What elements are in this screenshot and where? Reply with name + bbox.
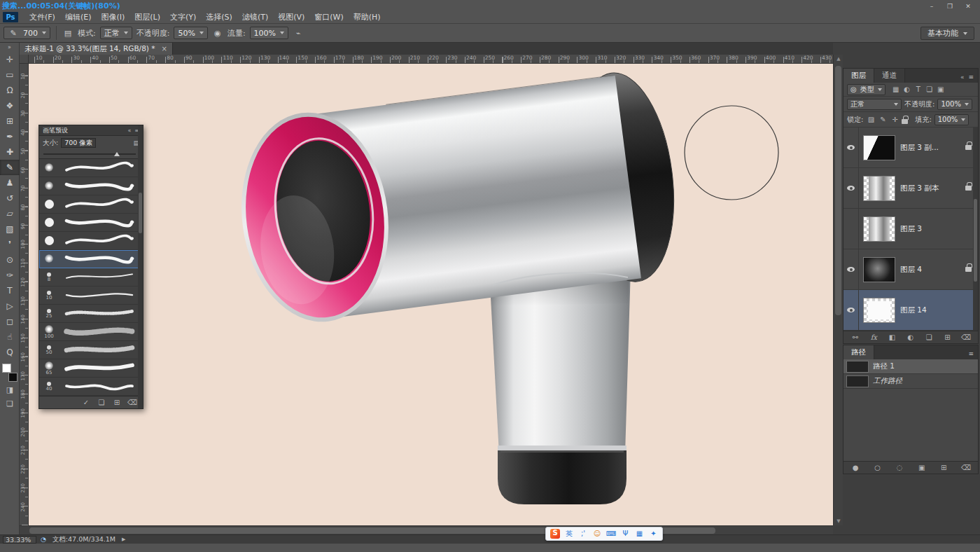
- brush-preset-row[interactable]: 100: [39, 323, 143, 341]
- maximize-button[interactable]: ❐: [941, 1, 959, 11]
- type-tool[interactable]: T: [0, 283, 20, 298]
- layer-row[interactable]: 图层 4: [844, 249, 978, 290]
- delete-path-icon[interactable]: ⌫: [961, 464, 971, 472]
- move-tool[interactable]: ✛: [0, 52, 20, 67]
- layer-name[interactable]: 图层 3 副...: [900, 143, 939, 153]
- brush-preset-row[interactable]: [39, 159, 143, 177]
- layer-opacity-select[interactable]: 100%: [937, 99, 972, 110]
- close-button[interactable]: ✕: [959, 1, 977, 11]
- opacity-select[interactable]: 50%: [174, 27, 207, 39]
- scroll-thumb[interactable]: [139, 193, 142, 233]
- crop-tool[interactable]: ⊞: [0, 113, 20, 129]
- workspace-switcher-button[interactable]: 基本功能: [920, 27, 974, 40]
- horizontal-scrollbar[interactable]: [20, 525, 833, 534]
- brush-preset-row[interactable]: 10: [39, 287, 143, 305]
- pressure-opacity-icon[interactable]: ◉: [212, 29, 223, 38]
- wrench-icon[interactable]: ✦: [648, 530, 658, 538]
- filter-type-layers-icon[interactable]: T: [913, 85, 923, 94]
- lock-transparency-icon[interactable]: ▨: [866, 116, 876, 124]
- toolbox-icon[interactable]: ▦: [634, 530, 644, 538]
- brush-preset-row[interactable]: 40: [39, 378, 143, 396]
- horizontal-ruler[interactable]: 1020304050607080901001101201301401501601…: [29, 55, 833, 64]
- layer-name[interactable]: 图层 4: [900, 265, 922, 275]
- vertical-ruler[interactable]: 1020304050607080901001101201301401501601…: [20, 64, 29, 525]
- layer-visibility-toggle[interactable]: [844, 249, 859, 289]
- lock-pixels-icon[interactable]: ✎: [878, 116, 888, 124]
- eye-icon[interactable]: [847, 267, 855, 272]
- layer-row[interactable]: 图层 14: [844, 290, 978, 331]
- menu-item-3[interactable]: 图像(I): [96, 11, 130, 23]
- new-brush-icon[interactable]: ⊞: [112, 399, 122, 407]
- filter-type-select[interactable]: ◎ 类型: [847, 84, 886, 95]
- eyedropper-tool[interactable]: ✒: [0, 129, 20, 144]
- blur-tool[interactable]: ❜: [0, 237, 20, 252]
- flow-select[interactable]: 100%: [250, 27, 288, 39]
- layer-visibility-toggle[interactable]: [844, 209, 859, 249]
- path-row[interactable]: 工作路径: [844, 374, 978, 389]
- brush-size-slider[interactable]: [39, 150, 143, 158]
- background-color-swatch[interactable]: [8, 373, 18, 382]
- brush-tool[interactable]: ✎: [0, 160, 20, 175]
- toggle-brush-panel-icon[interactable]: ▤: [62, 29, 74, 38]
- canvas[interactable]: [29, 64, 833, 525]
- foreground-color-swatch[interactable]: [2, 364, 11, 373]
- layer-thumbnail[interactable]: [863, 257, 895, 282]
- layer-thumbnail[interactable]: [863, 298, 895, 323]
- blend-mode-select[interactable]: 正常: [100, 27, 132, 39]
- tab-图层[interactable]: 图层: [844, 69, 874, 83]
- layer-name[interactable]: 图层 3: [900, 224, 922, 234]
- path-selection-tool[interactable]: ▷: [0, 298, 20, 314]
- menu-item-1[interactable]: 文件(F): [24, 11, 60, 23]
- brush-preset-row[interactable]: [39, 232, 143, 250]
- eraser-tool[interactable]: ▱: [0, 206, 20, 221]
- layer-name[interactable]: 图层 3 副本: [900, 184, 939, 193]
- tab-paths[interactable]: 路径: [844, 345, 874, 359]
- layer-name[interactable]: 图层 14: [900, 305, 927, 315]
- brush-preset-row[interactable]: 65: [39, 359, 143, 378]
- pen-tool[interactable]: ✑: [0, 268, 20, 283]
- panel-menu-icon[interactable]: ≡: [968, 74, 974, 81]
- path-mask-icon[interactable]: ▣: [917, 464, 927, 472]
- layer-fill-select[interactable]: 100%: [934, 114, 969, 125]
- lang-mode-icon[interactable]: 英: [564, 530, 574, 538]
- brush-preset-row[interactable]: [39, 195, 143, 214]
- minimize-button[interactable]: –: [923, 1, 941, 11]
- add-mask-icon[interactable]: ◧: [888, 333, 897, 342]
- delete-brush-icon[interactable]: ⌫: [127, 399, 137, 407]
- lasso-tool[interactable]: Ω: [0, 83, 20, 98]
- ruler-corner[interactable]: [20, 55, 29, 64]
- gradient-tool[interactable]: ▧: [0, 221, 20, 237]
- airbrush-icon[interactable]: ⌁: [293, 29, 304, 38]
- tool-preset-picker[interactable]: ✎ 700: [4, 27, 50, 39]
- filter-smart-objects-icon[interactable]: ▣: [936, 85, 946, 94]
- quick-mask-button[interactable]: ◨: [0, 382, 20, 396]
- brush-preset-row[interactable]: [39, 177, 143, 195]
- lock-all-icon[interactable]: [902, 119, 908, 124]
- path-row[interactable]: 路径 1: [844, 359, 978, 374]
- vertical-scrollbar[interactable]: ▲ ▼: [833, 55, 843, 525]
- path-thumbnail[interactable]: [846, 361, 869, 373]
- zoom-level-input[interactable]: 33.33%: [3, 536, 36, 544]
- eye-icon[interactable]: [847, 186, 855, 191]
- menu-item-4[interactable]: 图层(L): [130, 11, 165, 23]
- punctuation-icon[interactable]: ;': [578, 530, 588, 538]
- layer-row[interactable]: 图层 3 副本: [844, 168, 978, 209]
- brush-list-scrollbar[interactable]: [138, 125, 143, 408]
- new-group-icon[interactable]: ❏: [924, 333, 934, 342]
- stroke-preview-icon[interactable]: ✓: [81, 399, 91, 407]
- collapse-tools-icon[interactable]: »: [0, 43, 19, 52]
- eye-icon[interactable]: [847, 145, 855, 150]
- layer-row[interactable]: 图层 3: [844, 209, 978, 249]
- menu-item-5[interactable]: 文字(Y): [165, 11, 201, 23]
- emoji-icon[interactable]: ☺: [592, 530, 602, 538]
- layer-thumbnail[interactable]: [863, 216, 895, 242]
- layer-thumbnail[interactable]: [863, 176, 895, 201]
- brush-preset-row[interactable]: [39, 214, 143, 232]
- close-tab-icon[interactable]: ×: [162, 45, 167, 53]
- brush-preset-row[interactable]: 50: [39, 341, 143, 359]
- path-name[interactable]: 工作路径: [873, 376, 902, 386]
- eye-icon[interactable]: [847, 308, 855, 312]
- filter-pixel-layers-icon[interactable]: ▦: [891, 85, 901, 94]
- menu-item-6[interactable]: 选择(S): [201, 11, 237, 23]
- tab-通道[interactable]: 通道: [874, 69, 905, 83]
